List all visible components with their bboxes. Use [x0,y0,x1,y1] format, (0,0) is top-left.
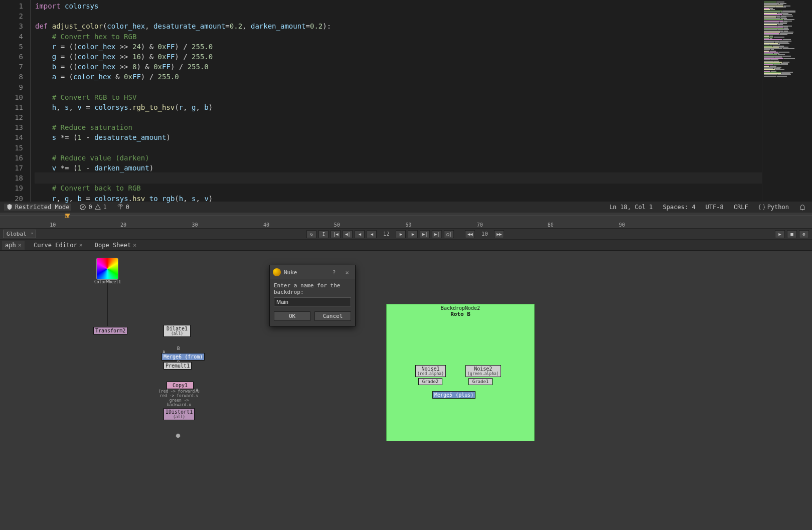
node-idistort[interactable]: IDistort1 (all) [164,408,195,420]
antenna-icon [117,204,124,211]
node-copy[interactable]: Copy1 [167,382,194,389]
graph-edges [0,251,150,326]
playhead-label: 12 [64,214,70,219]
current-frame-left: 12 [379,231,394,237]
close-icon[interactable]: × [79,242,83,249]
warning-count: 1 [103,204,107,211]
backdrop-name-dialog: Nuke ? ✕ Enter a name for the backdrop: … [269,265,356,326]
node-label: Copy1 [173,383,188,388]
node-merge5[interactable]: Merge5 (plus) [432,391,475,399]
code-area[interactable]: import colorsysdef adjust_color(color_he… [30,0,762,202]
encoding-indicator[interactable]: UTF-8 [704,204,726,211]
backdrop-label: Roto B [387,311,534,317]
backdrop-name-input[interactable] [274,297,351,306]
node-noise2[interactable]: Noise2 (green.alpha) [465,365,501,377]
range-end-button[interactable]: ▶▶ [494,230,504,238]
node-label: Merge6 (from) [164,354,203,360]
node-dot[interactable] [176,433,181,438]
node-merge6[interactable]: Merge6 (from) [161,353,205,361]
node-label: Dilate1 [167,326,188,331]
minimap[interactable] [762,0,812,202]
close-icon[interactable]: × [18,242,22,249]
loop-button[interactable]: ↻ [306,230,316,238]
node-premult[interactable]: Premult1 [164,362,192,370]
colorwheel-icon [96,258,118,280]
line-gutter: 1234567891011121314151617181920 [0,0,30,202]
backdrop-name: BackdropNode2 [387,305,534,311]
notifications-button[interactable] [797,204,808,211]
tab-node-graph[interactable]: aph × [2,241,25,250]
ok-button[interactable]: OK [274,311,310,321]
go-start-button[interactable]: |◀ [331,230,341,238]
node-label: Grade2 [422,379,439,384]
shield-icon [6,204,13,211]
input-label-a2: A [196,388,198,393]
current-frame-right: 10 [477,231,492,237]
braces-icon [758,204,765,211]
node-label: IDistort1 [166,409,193,415]
node-label: ColorWheel1 [94,280,120,284]
warning-icon [94,204,101,211]
dialog-prompt: Enter a name for the backdrop: [274,282,351,295]
step-forward-keyframe-button[interactable]: ▶| [420,230,430,238]
viewer-settings-button[interactable]: ⚙ [799,230,809,238]
range-start-button[interactable]: ◀◀ [465,230,475,238]
node-label: Grade1 [472,379,489,384]
node-label: Noise2 [474,366,492,372]
node-label: Transform2 [95,328,125,333]
tab-dope-sheet[interactable]: Dope Sheet × [92,241,139,250]
nuke-icon [273,268,281,276]
in-point-button[interactable]: I [318,230,329,238]
tab-curve-editor[interactable]: Curve Editor × [31,241,86,250]
problems-indicator[interactable]: 0 1 [77,204,108,211]
node-dilate[interactable]: Dilate1 (all) [164,325,191,337]
scope-dropdown[interactable]: Global [3,230,36,238]
play-back-button[interactable]: ◀ [367,230,377,238]
viewer-stop-button[interactable]: ■ [787,230,797,238]
ports-indicator[interactable]: 0 [115,204,131,211]
node-label: Noise1 [421,366,439,372]
error-count: 0 [88,204,92,211]
nuke-panel: 102030405060708090 12 Global ↻ I |◀ ◀| ◀… [0,213,812,530]
code-editor: 1234567891011121314151617181920 import c… [0,0,812,202]
step-back-keyframe-button[interactable]: ◀| [343,230,353,238]
ports-count: 0 [126,204,129,211]
play-forward-button[interactable]: ▶ [396,230,406,238]
dialog-title: Nuke [284,269,326,276]
help-icon[interactable]: ? [329,269,339,276]
language-indicator[interactable]: Python [756,204,791,211]
error-icon [79,204,86,211]
step-back-button[interactable]: ◀ [355,230,365,238]
playback-controls: Global ↻ I |◀ ◀| ◀ ◀ 12 ▶ ▶ ▶| ▶| ○| ◀◀ … [0,229,812,240]
timeline-ruler[interactable]: 102030405060708090 12 [0,213,812,229]
backdrop-node[interactable]: BackdropNode2 Roto B [386,304,535,441]
dialog-titlebar[interactable]: Nuke ? ✕ [270,265,355,279]
close-icon[interactable]: × [133,242,136,249]
out-point-button[interactable]: ○| [444,230,454,238]
cancel-button[interactable]: Cancel [314,311,351,321]
node-noise1[interactable]: Noise1 (red.alpha) [415,365,446,377]
node-graph[interactable]: ColorWheel1 Transform2 Dilate1 (all) B A… [0,251,812,530]
node-transform[interactable]: Transform2 [93,327,127,334]
step-forward-button[interactable]: ▶ [408,230,418,238]
restricted-mode-badge[interactable]: Restricted Mode [4,204,71,211]
node-grade2[interactable]: Grade2 [418,378,442,385]
restricted-mode-label: Restricted Mode [15,204,69,211]
eol-indicator[interactable]: CRLF [732,204,750,211]
panel-tabs: aph × Curve Editor × Dope Sheet × [0,240,812,251]
node-label: Merge5 (plus) [434,392,473,398]
cursor-position[interactable]: Ln 18, Col 1 [607,204,655,211]
node-colorwheel[interactable]: ColorWheel1 [94,258,120,284]
input-label-b: B [177,346,180,351]
viewer-play-button[interactable]: ▶ [775,230,785,238]
node-grade1[interactable]: Grade1 [468,378,493,385]
node-label: Premult1 [166,363,190,369]
bell-icon [799,204,806,211]
indent-indicator[interactable]: Spaces: 4 [661,204,698,211]
go-end-button[interactable]: ▶| [432,230,442,238]
close-icon[interactable]: ✕ [342,269,352,276]
